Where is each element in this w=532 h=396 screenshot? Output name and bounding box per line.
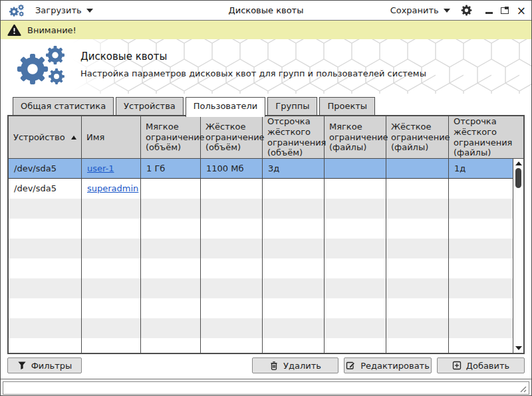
filter-funnel-icon	[17, 361, 27, 370]
window-title: Дисковые квоты	[229, 5, 304, 15]
filters-button[interactable]: Фильтры	[7, 357, 82, 373]
table-body: /dev/sda5 user-1 1 Гб 1100 Мб 3д 1д /dev…	[9, 159, 523, 353]
warning-triangle-icon	[7, 24, 21, 37]
column-header-soft-limit-volume[interactable]: Мягкое ограничение (объём)	[141, 116, 201, 158]
user-link[interactable]: superadmin	[87, 183, 138, 193]
load-menu-label: Загрузить	[35, 5, 82, 15]
cell-soft-files	[325, 179, 386, 199]
app-window: Загрузить Дисковые квоты Сохранить ×	[0, 0, 532, 396]
disk-quotas-logo-gears-icon	[15, 45, 71, 87]
save-menu-button[interactable]: Сохранить	[390, 5, 450, 15]
action-button-row: Фильтры Удалить Редактировать	[1, 354, 531, 377]
load-menu-button[interactable]: Загрузить	[35, 5, 93, 15]
column-header-soft-limit-files[interactable]: Мягкое ограничение (файлы)	[325, 116, 386, 158]
statusbar-area	[1, 379, 531, 395]
plus-square-icon	[452, 361, 462, 370]
column-header-grace-files[interactable]: Отсрочка жёсткого ограничения (файлы)	[449, 116, 513, 158]
page-subtitle: Настройка параметров дисковых квот для г…	[80, 68, 426, 78]
cell-name: superadmin	[82, 179, 141, 199]
page-header: Дисковые квоты Настройка параметров диск…	[1, 39, 531, 94]
vertical-scrollbar[interactable]	[513, 159, 523, 353]
cell-hard-files	[386, 159, 449, 178]
status-bar	[3, 381, 529, 395]
save-menu-label: Сохранить	[390, 5, 439, 15]
table-row-empty	[9, 318, 523, 338]
resize-grip[interactable]	[519, 385, 527, 393]
tab-devices[interactable]: Устройства	[116, 97, 184, 115]
table-row-empty	[9, 278, 523, 298]
cell-soft-volume	[141, 179, 201, 199]
sort-ascending-icon	[71, 136, 76, 140]
table-row-empty	[9, 298, 523, 318]
cell-soft-files	[325, 159, 386, 178]
table-row-empty	[9, 199, 523, 219]
app-gears-icon	[9, 4, 26, 17]
cell-grace-volume: 3д	[263, 159, 325, 178]
tab-general-statistics[interactable]: Общая статистика	[13, 97, 114, 115]
table-row[interactable]: /dev/sda5 user-1 1 Гб 1100 Мб 3д 1д	[9, 159, 523, 179]
warning-banner: Внимание!	[1, 21, 531, 39]
cell-name: user-1	[82, 159, 141, 178]
page-title: Дисковые квоты	[80, 50, 426, 62]
cell-hard-volume	[201, 179, 263, 199]
table-row-empty	[9, 219, 523, 239]
chevron-down-icon	[86, 9, 93, 13]
trash-icon	[269, 361, 279, 371]
tab-projects[interactable]: Проекты	[319, 97, 375, 115]
table-row-empty	[9, 258, 523, 278]
scroll-up-icon[interactable]	[515, 161, 522, 165]
minimize-button[interactable]	[485, 12, 493, 14]
cell-hard-volume: 1100 Мб	[201, 159, 263, 178]
tab-users[interactable]: Пользователи	[186, 97, 266, 117]
add-button[interactable]: Добавить	[437, 357, 525, 373]
column-header-grace-volume[interactable]: Отсрочка жёсткого ограничения (объём)	[263, 116, 325, 158]
cell-hard-files	[386, 179, 449, 199]
tab-groups[interactable]: Группы	[267, 97, 317, 115]
scroll-down-icon[interactable]	[515, 346, 522, 350]
column-header-hard-limit-volume[interactable]: Жёсткое ограничение (объём)	[201, 116, 263, 158]
table-row-empty	[9, 338, 523, 353]
header-scrollbar-spacer	[513, 116, 524, 158]
user-link[interactable]: user-1	[87, 163, 114, 173]
table-row[interactable]: /dev/sda5 superadmin	[9, 179, 523, 199]
column-header-device[interactable]: Устройство	[9, 116, 82, 158]
cell-device: /dev/sda5	[9, 179, 82, 199]
settings-gear-icon[interactable]	[461, 5, 472, 16]
table-header-row: Устройство Имя Мягкое ограничение (объём…	[9, 116, 523, 159]
scrollbar-thumb[interactable]	[515, 168, 521, 188]
edit-pencil-icon	[346, 361, 356, 370]
quota-table: Устройство Имя Мягкое ограничение (объём…	[7, 115, 525, 354]
tab-bar: Общая статистика Устройства Пользователи…	[1, 94, 531, 115]
chevron-down-icon	[444, 9, 450, 13]
table-empty-rows	[9, 199, 523, 353]
cell-grace-volume	[263, 179, 325, 199]
table-row-empty	[9, 239, 523, 258]
cell-device: /dev/sda5	[9, 159, 82, 178]
maximize-button[interactable]	[501, 7, 509, 14]
edit-button[interactable]: Редактировать	[344, 357, 432, 373]
cell-soft-volume: 1 Гб	[141, 159, 201, 178]
titlebar: Загрузить Дисковые квоты Сохранить ×	[1, 1, 531, 21]
warning-text: Внимание!	[27, 25, 76, 35]
close-button[interactable]: ×	[517, 6, 526, 15]
column-header-hard-limit-files[interactable]: Жёсткое ограничение (файлы)	[386, 116, 449, 158]
delete-button[interactable]: Удалить	[252, 357, 338, 373]
column-header-name[interactable]: Имя	[82, 116, 141, 158]
